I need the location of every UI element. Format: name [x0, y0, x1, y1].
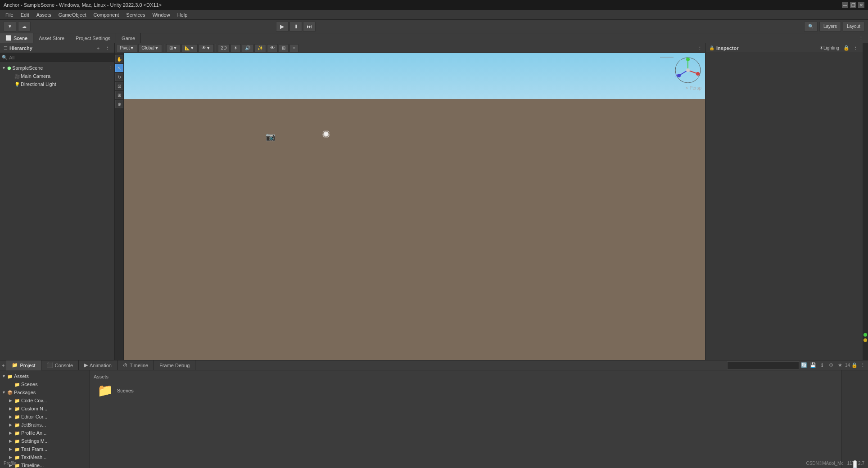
gizmo-svg: Y X Z	[674, 57, 701, 84]
layers-button[interactable]: Layers	[819, 22, 841, 32]
menu-gameobject[interactable]: GameObject	[55, 11, 90, 18]
tree-item-scenes[interactable]: 📁 Scenes	[0, 380, 90, 388]
bottom-tabs: + 📁 Project ⬛ Console ▶ Animation ⏱ Time…	[0, 360, 868, 370]
scenes-folder-item[interactable]: 📁 Scenes	[94, 381, 837, 400]
gizmos-button[interactable]: 👁▼	[199, 44, 214, 52]
pause-button[interactable]: ⏸	[289, 22, 302, 32]
global-button[interactable]: Global ▼	[138, 44, 162, 52]
bottom-info-button[interactable]: ℹ	[818, 361, 826, 369]
hierarchy-menu-icon: ☰	[4, 45, 8, 50]
tab-asset-store[interactable]: Asset Store	[33, 33, 70, 43]
hierarchy-item-maincamera[interactable]: 🎥 Main Camera	[0, 72, 114, 80]
tree-item-customn[interactable]: ▶ 📁 Custom N...	[0, 405, 90, 413]
minimize-button[interactable]: —	[842, 2, 848, 8]
play-button[interactable]: ▶	[276, 22, 289, 32]
bottom-refresh-button[interactable]: 🔄	[800, 361, 808, 369]
menu-services[interactable]: Services	[122, 11, 149, 18]
2d-button[interactable]: 2D	[218, 44, 230, 52]
scene-gizmo[interactable]: Y X Z	[674, 57, 701, 84]
move-tool[interactable]: ↖	[115, 64, 123, 72]
grid-overlay[interactable]: ⊞	[279, 44, 289, 52]
tab-project[interactable]: 📁 Project	[6, 360, 41, 370]
tabs-more-button[interactable]: ⋮	[857, 35, 864, 42]
bottom-add-button[interactable]: +	[0, 362, 6, 369]
hidden-objects[interactable]: 👁	[267, 44, 278, 52]
tree-item-profilean[interactable]: ▶ 📁 Profile An...	[0, 429, 90, 437]
tree-item-assets[interactable]: ▼ 📁 Assets	[0, 372, 90, 380]
hierarchy-add-button[interactable]: +	[95, 45, 102, 52]
bottom-settings-button[interactable]: ⚙	[827, 361, 835, 369]
bottom-lock-button[interactable]: 🔒	[851, 362, 858, 369]
menu-file[interactable]: File	[2, 11, 17, 18]
top-indicator	[660, 57, 674, 58]
transform-tool[interactable]: ⊕	[115, 100, 123, 108]
account-button[interactable]: ▼	[4, 22, 16, 32]
maximize-button[interactable]: ❐	[850, 2, 856, 8]
inspector-lock-button[interactable]: 🔒	[843, 45, 850, 52]
menu-window[interactable]: Window	[149, 11, 174, 18]
bottom-search-input[interactable]	[727, 361, 799, 369]
hierarchy-item-directionallight[interactable]: 💡 Directional Light	[0, 80, 114, 88]
lighting-toggle[interactable]: ☀	[231, 44, 241, 52]
hierarchy-more-button[interactable]: ⋮	[104, 45, 111, 52]
search-button[interactable]: 🔍	[804, 22, 818, 32]
menu-help[interactable]: Help	[174, 11, 191, 18]
tab-console[interactable]: ⬛ Console	[41, 360, 79, 370]
svg-point-8	[677, 74, 681, 77]
folder-icon5: 📁	[14, 431, 20, 436]
step-button[interactable]: ⏭	[303, 22, 316, 32]
audio-toggle[interactable]: 🔊	[242, 44, 253, 52]
hierarchy-item-menu[interactable]: ⋮	[108, 66, 113, 71]
folder-icon: 📁	[14, 398, 20, 403]
rect-tool[interactable]: ⊞	[115, 91, 123, 99]
cloud-button[interactable]: ☁	[18, 22, 31, 32]
zoom-slider[interactable]	[851, 460, 859, 468]
tree-item-packages[interactable]: ▼ 📦 Packages	[0, 388, 90, 396]
menu-assets[interactable]: Assets	[33, 11, 55, 18]
tree-item-jetbrains[interactable]: ▶ 📁 JetBrains...	[0, 421, 90, 429]
effects-toggle[interactable]: ✨	[254, 44, 266, 52]
hierarchy-item-samplescene[interactable]: ▼ ⬢ SampleScene ⋮	[0, 64, 114, 72]
main-toolbar: ▼ ☁ ▶ ⏸ ⏭ 🔍 Layers Layout	[0, 20, 868, 33]
editor-tabs: ⬜ Scene Asset Store Project Settings Gam…	[0, 33, 868, 43]
menu-component[interactable]: Component	[90, 11, 122, 18]
snap-button[interactable]: 📐▼	[181, 44, 198, 52]
rotate-tool[interactable]: ↻	[115, 73, 123, 81]
tab-scene[interactable]: ⬜ Scene	[0, 33, 33, 43]
close-button[interactable]: ✕	[858, 2, 864, 8]
tree-item-testfram[interactable]: ▶ 📁 Test Fram...	[0, 445, 90, 453]
tree-item-textmesh[interactable]: ▶ 📁 TextMesh...	[0, 453, 90, 461]
tree-item-codecov[interactable]: ▶ 📁 Code Cov...	[0, 396, 90, 405]
bottom-star-button[interactable]: ★	[836, 361, 844, 369]
assets-breadcrumb: Assets	[94, 374, 837, 379]
scene-options-button[interactable]: ⋮	[696, 45, 703, 52]
grid-button[interactable]: ⊞▼	[166, 44, 181, 52]
hierarchy-search-input[interactable]	[9, 55, 113, 60]
window-controls[interactable]: — ❐ ✕	[842, 2, 864, 8]
layout-button[interactable]: Layout	[843, 22, 864, 32]
bottom-toolbar: 🔄 💾 ℹ ⚙ ★ 14 🔒 ⋮	[727, 361, 868, 369]
menu-edit[interactable]: Edit	[17, 11, 33, 18]
scale-tool[interactable]: ⊡	[115, 82, 123, 90]
hand-tool[interactable]: ✋	[115, 55, 123, 63]
tree-item-editorcor[interactable]: ▶ 📁 Editor Cor...	[0, 413, 90, 421]
bottom-save-button[interactable]: 💾	[809, 361, 817, 369]
svg-point-10	[686, 68, 690, 72]
sun-object-icon: ✺	[322, 129, 330, 140]
inspector-lighting-button[interactable]: ☀ Lighting	[818, 45, 841, 52]
scene-icon: ⬜	[5, 35, 12, 41]
tree-item-settings[interactable]: ▶ 📁 Settings M...	[0, 437, 90, 445]
tab-project-settings[interactable]: Project Settings	[70, 33, 116, 43]
play-controls: ▶ ⏸ ⏭	[276, 22, 316, 32]
tab-timeline[interactable]: ⏱ Timeline	[118, 360, 154, 370]
pivot-button[interactable]: Pivot ▼	[117, 44, 137, 52]
tab-frame-debug[interactable]: Frame Debug	[154, 360, 195, 370]
tab-animation[interactable]: ▶ Animation	[79, 360, 118, 370]
more-button[interactable]: ≡	[289, 44, 298, 52]
bottom-more-button[interactable]: ⋮	[859, 362, 866, 369]
animation-icon: ▶	[84, 362, 88, 368]
tab-game[interactable]: Game	[116, 33, 141, 43]
profile-label: Profile	[4, 461, 16, 466]
inspector-more-button[interactable]: ⋮	[852, 45, 859, 52]
project-icon: 📁	[12, 362, 18, 368]
